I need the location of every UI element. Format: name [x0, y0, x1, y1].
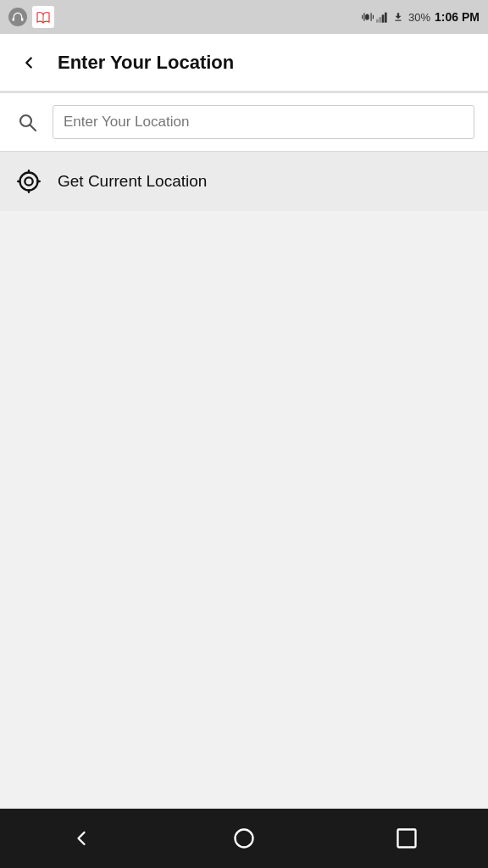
search-icon — [14, 108, 41, 136]
svg-point-16 — [236, 830, 253, 848]
status-bar: 30% 1:06 PM — [0, 0, 488, 34]
current-location-label: Get Current Location — [58, 172, 207, 191]
time-display: 1:06 PM — [435, 10, 480, 24]
svg-point-11 — [20, 173, 38, 191]
location-input[interactable] — [53, 105, 474, 139]
signal-icon — [376, 11, 390, 23]
status-bar-right: 30% 1:06 PM — [362, 10, 480, 24]
back-nav-button[interactable] — [56, 817, 107, 860]
back-button[interactable] — [14, 47, 44, 78]
search-row — [0, 93, 488, 151]
recent-nav-button[interactable] — [381, 817, 432, 860]
app-bar: Enter Your Location — [0, 34, 488, 92]
gps-icon — [14, 166, 44, 197]
vibrate-icon — [362, 11, 374, 23]
status-bar-left — [8, 6, 54, 28]
app-icon — [32, 6, 54, 28]
headphone-icon — [8, 8, 27, 26]
svg-rect-4 — [376, 19, 379, 23]
main-content — [0, 211, 488, 809]
download-icon — [392, 11, 404, 23]
battery-level: 30% — [408, 11, 430, 24]
svg-rect-5 — [379, 17, 381, 23]
page-title: Enter Your Location — [58, 52, 234, 74]
svg-rect-6 — [382, 14, 385, 22]
svg-rect-1 — [21, 18, 23, 21]
status-icons — [362, 11, 404, 23]
svg-line-9 — [30, 125, 36, 131]
svg-point-10 — [25, 177, 32, 185]
svg-rect-7 — [385, 13, 387, 23]
current-location-button[interactable]: Get Current Location — [0, 152, 488, 211]
svg-rect-17 — [398, 830, 416, 848]
svg-rect-0 — [13, 18, 14, 21]
home-nav-button[interactable] — [219, 817, 269, 860]
bottom-nav — [0, 809, 488, 868]
